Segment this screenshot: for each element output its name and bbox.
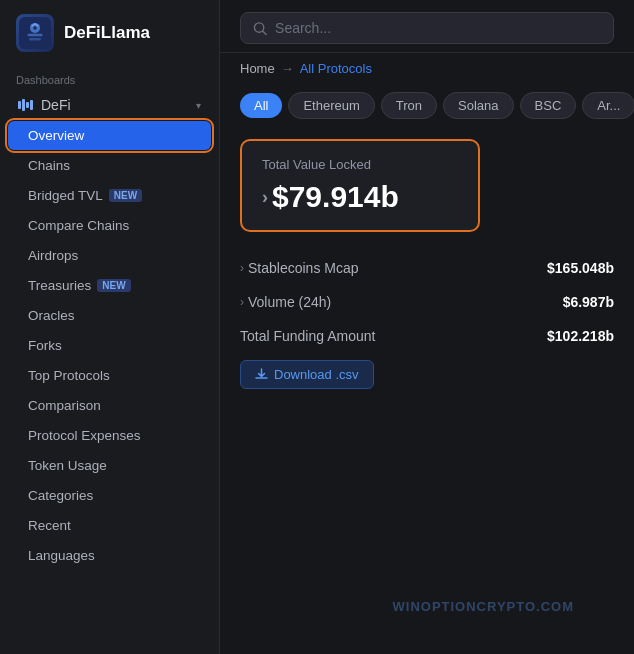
sidebar-item-label-protocol-expenses: Protocol Expenses (28, 428, 141, 443)
stat-row-volume-24h: ›Volume (24h)$6.987b (240, 290, 614, 314)
sidebar-item-token-usage[interactable]: Token Usage (8, 451, 211, 480)
stat-value-total-funding: $102.218b (547, 328, 614, 344)
logo-text: DeFiLlama (64, 23, 150, 43)
chain-tab-bsc[interactable]: BSC (520, 92, 577, 119)
stat-value-stablecoins-mcap: $165.048b (547, 260, 614, 276)
stat-label-total-funding: Total Funding Amount (240, 328, 375, 344)
svg-rect-3 (29, 38, 41, 41)
chain-tab-ethereum[interactable]: Ethereum (288, 92, 374, 119)
stat-row-stablecoins-mcap: ›Stablecoins Mcap$165.048b (240, 256, 614, 280)
search-icon (253, 21, 267, 36)
stat-label-stablecoins-mcap[interactable]: ›Stablecoins Mcap (240, 260, 359, 276)
menu-group-header[interactable]: DeFi ▾ (8, 90, 211, 120)
svg-point-4 (33, 26, 36, 29)
svg-rect-2 (27, 34, 42, 37)
sidebar-item-label-languages: Languages (28, 548, 95, 563)
menu-group-defi: DeFi ▾ OverviewChainsBridged TVLNEWCompa… (0, 90, 219, 571)
sidebar-item-label-treasuries: Treasuries (28, 278, 91, 293)
sidebar-item-label-recent: Recent (28, 518, 71, 533)
tvl-value: › $79.914b (262, 180, 458, 214)
sidebar-item-comparison[interactable]: Comparison (8, 391, 211, 420)
tvl-card: Total Value Locked › $79.914b (240, 139, 480, 232)
stat-row-total-funding: Total Funding Amount$102.218b (240, 324, 614, 348)
sidebar-item-chains[interactable]: Chains (8, 151, 211, 180)
sidebar-item-recent[interactable]: Recent (8, 511, 211, 540)
stat-value-volume-24h: $6.987b (563, 294, 614, 310)
bar-chart-icon (18, 99, 33, 111)
stats-list: ›Stablecoins Mcap$165.048b›Volume (24h)$… (240, 256, 614, 348)
chain-tab-solana[interactable]: Solana (443, 92, 513, 119)
menu-group-label: DeFi (41, 97, 71, 113)
menu-items-list: OverviewChainsBridged TVLNEWCompare Chai… (8, 121, 211, 570)
chain-tab-tron[interactable]: Tron (381, 92, 437, 119)
stat-label-text-stablecoins-mcap: Stablecoins Mcap (248, 260, 359, 276)
stat-label-volume-24h[interactable]: ›Volume (24h) (240, 294, 331, 310)
logo-area: DeFiLlama (0, 0, 219, 66)
breadcrumb-current[interactable]: All Protocols (300, 61, 372, 76)
chain-tabs: AllEthereumTronSolanaBSCAr... (220, 84, 634, 127)
sidebar-item-overview[interactable]: Overview (8, 121, 211, 150)
topbar (220, 0, 634, 53)
sidebar-item-label-bridged-tvl: Bridged TVL (28, 188, 103, 203)
stat-label-text-volume-24h: Volume (24h) (248, 294, 331, 310)
sidebar-item-top-protocols[interactable]: Top Protocols (8, 361, 211, 390)
sidebar-item-label-token-usage: Token Usage (28, 458, 107, 473)
sidebar-item-bridged-tvl[interactable]: Bridged TVLNEW (8, 181, 211, 210)
search-box[interactable] (240, 12, 614, 44)
sidebar-item-label-forks: Forks (28, 338, 62, 353)
svg-line-6 (263, 31, 266, 34)
stat-chevron-volume-24h: › (240, 295, 244, 309)
download-csv-button[interactable]: Download .csv (240, 360, 374, 389)
chevron-down-icon: ▾ (196, 100, 201, 111)
sidebar-item-protocol-expenses[interactable]: Protocol Expenses (8, 421, 211, 450)
sidebar-item-label-top-protocols: Top Protocols (28, 368, 110, 383)
sidebar-item-airdrops[interactable]: Airdrops (8, 241, 211, 270)
sidebar-item-label-categories: Categories (28, 488, 93, 503)
main-content: Home → All Protocols AllEthereumTronSola… (220, 0, 634, 654)
search-input[interactable] (275, 20, 601, 36)
sidebar-item-forks[interactable]: Forks (8, 331, 211, 360)
sidebar-item-label-compare-chains: Compare Chains (28, 218, 129, 233)
section-label: Dashboards (0, 66, 219, 90)
sidebar-item-treasuries[interactable]: TreasuriesNEW (8, 271, 211, 300)
breadcrumb-arrow: → (281, 61, 294, 76)
sidebar-item-compare-chains[interactable]: Compare Chains (8, 211, 211, 240)
stat-chevron-stablecoins-mcap: › (240, 261, 244, 275)
chain-tab-all[interactable]: All (240, 93, 282, 118)
tvl-amount: $79.914b (272, 180, 399, 214)
sidebar-item-oracles[interactable]: Oracles (8, 301, 211, 330)
sidebar-item-languages[interactable]: Languages (8, 541, 211, 570)
tvl-chevron: › (262, 187, 268, 208)
sidebar-item-label-chains: Chains (28, 158, 70, 173)
breadcrumb-home[interactable]: Home (240, 61, 275, 76)
download-label: Download .csv (274, 367, 359, 382)
chain-tab-arbitrum[interactable]: Ar... (582, 92, 634, 119)
breadcrumb: Home → All Protocols (220, 53, 634, 84)
tvl-label: Total Value Locked (262, 157, 458, 172)
sidebar-item-label-oracles: Oracles (28, 308, 75, 323)
sidebar-item-label-comparison: Comparison (28, 398, 101, 413)
logo-icon (16, 14, 54, 52)
watermark: WINOPTIONCRYPTO.COM (393, 599, 575, 614)
sidebar-item-categories[interactable]: Categories (8, 481, 211, 510)
download-icon (255, 368, 268, 381)
sidebar: DeFiLlama Dashboards DeFi ▾ OverviewChai… (0, 0, 220, 654)
content-area: Total Value Locked › $79.914b ›Stablecoi… (220, 127, 634, 654)
badge-new-bridged-tvl: NEW (109, 189, 142, 202)
sidebar-item-label-overview: Overview (28, 128, 84, 143)
badge-new-treasuries: NEW (97, 279, 130, 292)
sidebar-item-label-airdrops: Airdrops (28, 248, 78, 263)
stat-label-text-total-funding: Total Funding Amount (240, 328, 375, 344)
